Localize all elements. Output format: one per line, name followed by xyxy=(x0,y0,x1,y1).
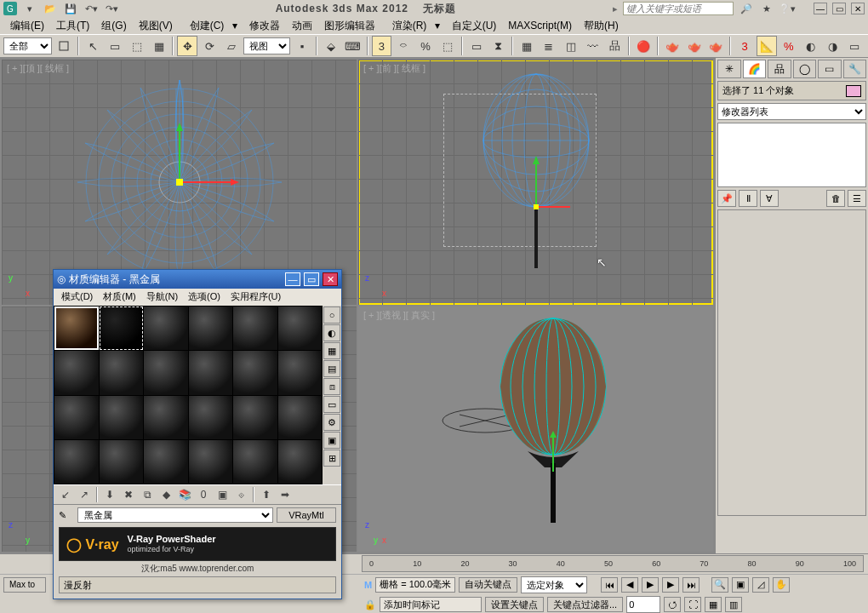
app-logo[interactable]: G xyxy=(3,2,17,15)
material-slot[interactable] xyxy=(233,306,277,350)
menu-create[interactable]: 创建(C) ▾ xyxy=(180,17,243,35)
tab-create[interactable]: ✳ xyxy=(717,60,741,78)
layers-icon[interactable]: ≣ xyxy=(539,36,559,56)
render-frame-icon[interactable]: 🫖 xyxy=(684,36,705,56)
auto-key-button[interactable]: 自动关键点 xyxy=(459,577,517,593)
nav-zoom-icon[interactable]: 🔍 xyxy=(711,577,728,593)
video-check-icon[interactable]: ⧈ xyxy=(323,378,340,395)
menu-views[interactable]: 视图(V) xyxy=(134,17,178,35)
material-slot[interactable] xyxy=(100,440,144,484)
show-end-result-icon[interactable]: Ⅱ xyxy=(739,190,757,207)
mtl-id-icon[interactable]: 0 xyxy=(195,486,212,503)
material-slot[interactable] xyxy=(54,440,99,484)
ref-coord-system[interactable]: 视图 xyxy=(243,37,291,54)
material-editor-titlebar[interactable]: ◎ 材质编辑器 - 黑金属 — ▭ ✕ xyxy=(54,270,341,289)
percent-icon[interactable]: % xyxy=(779,36,799,56)
material-slot[interactable] xyxy=(278,351,323,394)
show-in-vp-icon[interactable]: ▣ xyxy=(214,486,231,503)
make-copy-icon[interactable]: ⧉ xyxy=(139,486,156,503)
rotate-icon[interactable]: ⟳ xyxy=(199,36,220,56)
nav-fov-icon[interactable]: ◿ xyxy=(752,577,769,593)
goto-start-icon[interactable]: ⏮ xyxy=(601,577,618,593)
menu-group[interactable]: 组(G) xyxy=(96,17,131,35)
infocenter-arrow[interactable]: ▸ xyxy=(613,3,618,14)
close-button[interactable]: ✕ xyxy=(851,3,865,14)
snap-toggle-icon[interactable]: 3 xyxy=(372,36,392,56)
favorites-icon[interactable]: ★ xyxy=(759,2,774,15)
tab-utilities[interactable]: 🔧 xyxy=(843,60,867,78)
material-editor-icon[interactable]: 🔴 xyxy=(633,36,654,56)
schematic-icon[interactable]: 品 xyxy=(604,36,625,56)
play-icon[interactable]: ▶ xyxy=(642,577,659,593)
tab-motion[interactable]: ◯ xyxy=(793,60,817,78)
mat-menu-nav[interactable]: 导航(N) xyxy=(142,289,182,305)
key-target[interactable]: 选定对象 xyxy=(521,576,587,593)
prev-frame-icon[interactable]: ◀ xyxy=(621,577,638,593)
angle-snap-icon[interactable]: ⌔ xyxy=(393,36,414,56)
menu-tools[interactable]: 工具(T) xyxy=(51,17,94,35)
tab-display[interactable]: ▭ xyxy=(818,60,842,78)
maximize-button[interactable]: ▭ xyxy=(832,3,846,14)
select-region-icon[interactable]: ⬚ xyxy=(127,36,147,56)
nav-orbit-icon[interactable]: ⭯ xyxy=(664,597,681,612)
mat-menu-util[interactable]: 实用程序(U) xyxy=(226,289,285,305)
put-to-scene-icon[interactable]: ↗ xyxy=(76,486,93,503)
angle-icon[interactable]: 📐 xyxy=(757,36,777,56)
nav-pan-icon[interactable]: ✋ xyxy=(773,577,790,593)
menu-modifiers[interactable]: 修改器 xyxy=(244,17,285,35)
spinner-snap-icon[interactable]: ⬚ xyxy=(437,36,458,56)
next-frame-icon[interactable]: ▶ xyxy=(662,577,679,593)
material-max-button[interactable]: ▭ xyxy=(304,272,319,286)
mat-menu-mode[interactable]: 模式(D) xyxy=(57,289,97,305)
menu-help[interactable]: 帮助(H) xyxy=(579,17,624,35)
menu-animation[interactable]: 动画 xyxy=(287,17,317,35)
render-setup-icon[interactable]: 🫖 xyxy=(662,36,682,56)
put-to-lib-icon[interactable]: 📚 xyxy=(176,486,193,503)
material-slot[interactable] xyxy=(100,351,144,394)
curve-editor-icon[interactable]: 〰 xyxy=(583,36,603,56)
material-slot[interactable] xyxy=(233,396,277,439)
backlight-icon[interactable]: ◐ xyxy=(323,324,340,341)
align-icon[interactable]: ▦ xyxy=(517,36,537,56)
extra2-icon[interactable]: ◑ xyxy=(822,36,842,56)
options-icon[interactable]: ⚙ xyxy=(323,414,340,431)
material-slot[interactable] xyxy=(54,396,99,439)
remove-modifier-icon[interactable]: 🗑 xyxy=(826,190,845,207)
time-ruler[interactable]: 01020 304050 607080 90100 xyxy=(362,555,864,572)
background-icon[interactable]: ▦ xyxy=(323,342,340,359)
menu-edit[interactable]: 编辑(E) xyxy=(5,17,49,35)
select-manip-icon[interactable]: ⬙ xyxy=(321,36,341,56)
material-slot[interactable] xyxy=(189,440,233,484)
diffuse-rollup[interactable]: 漫反射 xyxy=(59,576,336,593)
make-unique-icon[interactable]: ∀ xyxy=(760,190,779,207)
graphite-icon[interactable]: ◫ xyxy=(561,36,581,56)
mat-menu-material[interactable]: 材质(M) xyxy=(99,289,140,305)
material-slot[interactable] xyxy=(100,306,144,350)
go-sibling-icon[interactable]: ➡ xyxy=(277,486,294,503)
go-parent-icon[interactable]: ⬆ xyxy=(258,486,275,503)
pivot-icon[interactable]: ▪ xyxy=(292,36,312,56)
nav-walk-icon[interactable]: ▦ xyxy=(705,597,722,612)
help-icon[interactable]: ❔▾ xyxy=(779,2,795,15)
maxto-button[interactable]: Max to xyxy=(3,577,46,593)
menu-maxscript[interactable]: MAXScript(M) xyxy=(503,18,577,33)
object-color-swatch[interactable] xyxy=(846,85,861,97)
material-slot[interactable] xyxy=(144,396,188,439)
extra3-icon[interactable]: ▭ xyxy=(844,36,865,56)
menu-graph[interactable]: 图形编辑器 xyxy=(319,17,380,35)
search-icon[interactable]: 🔎 xyxy=(739,2,754,15)
reset-map-icon[interactable]: ✖ xyxy=(120,486,137,503)
material-slot[interactable] xyxy=(278,306,323,350)
material-slot[interactable] xyxy=(233,440,277,484)
mirror-icon[interactable]: ⧗ xyxy=(488,36,508,56)
configure-sets-icon[interactable]: ☰ xyxy=(848,190,866,207)
select-icon[interactable]: ↖ xyxy=(83,36,103,56)
get-material-icon[interactable]: ↙ xyxy=(57,486,74,503)
sample-type-icon[interactable]: ○ xyxy=(323,306,340,324)
percent-snap-icon[interactable]: % xyxy=(415,36,436,56)
material-slot[interactable] xyxy=(100,396,144,439)
extra1-icon[interactable]: ◐ xyxy=(801,36,821,56)
key-filters-button[interactable]: 关键点过滤器... xyxy=(547,597,623,612)
material-type-button[interactable]: VRayMtl xyxy=(277,507,336,523)
nav-zoomall-icon[interactable]: ▣ xyxy=(732,577,749,593)
